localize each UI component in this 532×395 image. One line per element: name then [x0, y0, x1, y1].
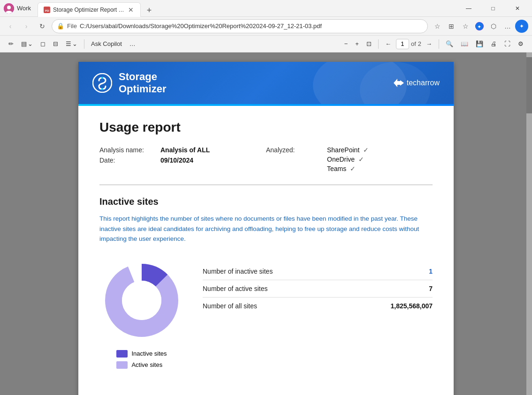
all-sites-stat-label: Number of all sites	[203, 302, 257, 310]
erase-button[interactable]: ◻	[38, 38, 48, 49]
analyzed-item-onedrive: OneDrive ✓	[327, 156, 369, 163]
teams-label: Teams	[327, 165, 346, 172]
toolbar-separator-3	[439, 39, 439, 49]
page-total: 2	[418, 40, 421, 47]
analyzed-row: Analyzed: SharePoint ✓ OneDrive ✓	[266, 146, 433, 172]
toolbar-more-button[interactable]: …	[127, 38, 138, 49]
techarrow-label: techarrow	[407, 79, 440, 87]
inactive-sites-description: This report highlights the number of sit…	[99, 214, 433, 244]
sharepoint-label: SharePoint	[327, 146, 359, 154]
page-separator: of	[411, 40, 416, 47]
svg-point-9	[101, 88, 103, 90]
techarrow-logo-area: techarrow	[394, 79, 440, 87]
scrollbar-thumb[interactable]	[526, 57, 532, 113]
read-mode-button[interactable]: 📖	[458, 38, 471, 49]
header-title-line1: Storage	[119, 71, 166, 83]
stats-row-all: Number of all sites 1,825,568,007	[203, 298, 433, 314]
stats-row-active: Number of active sites 7	[203, 280, 433, 298]
toolbar-separator-1	[84, 39, 84, 49]
inactive-color-box	[116, 350, 128, 358]
forward-button[interactable]: ›	[20, 20, 33, 33]
page-number-input[interactable]	[396, 39, 409, 49]
scrollbar-track[interactable]	[526, 52, 532, 395]
pdf-toolbar: ✏ ▤ ⌄ ◻ ⊟ ☰ ⌄ Ask Copilot … − + ⊡ ← of 2…	[0, 36, 532, 52]
search-button[interactable]: 🔍	[443, 38, 456, 49]
pdf-settings-button[interactable]: ⚙	[515, 38, 526, 49]
techarrow-icon	[394, 79, 404, 87]
analysis-name-row: Analysis name: Analysis of ALL	[99, 146, 266, 154]
section-divider	[99, 185, 433, 185]
copilot-button[interactable]: ✦	[515, 20, 528, 33]
chart-legend: Inactive sites Active sites	[116, 350, 167, 369]
prev-page-button[interactable]: ←	[382, 38, 394, 49]
zoom-out-icon: −	[344, 40, 348, 47]
highlights-button[interactable]: ▤ ⌄	[18, 38, 36, 49]
profile-label[interactable]: Work	[17, 5, 31, 12]
chart-stats-section: Inactive sites Active sites Number of in…	[99, 258, 433, 369]
erase-icon: ◻	[40, 40, 46, 47]
zoom-fit-icon: ⊡	[366, 40, 372, 47]
star-button[interactable]: ☆	[431, 20, 444, 33]
inactive-sites-title: Inactive sites	[99, 196, 433, 207]
address-input-container[interactable]: 🔒 File	[52, 19, 428, 33]
legend-item-active: Active sites	[116, 361, 167, 369]
draw-icon: ✏	[8, 40, 14, 47]
maximize-button[interactable]: □	[482, 1, 504, 15]
minimize-button[interactable]: —	[458, 1, 479, 15]
address-input[interactable]	[80, 22, 423, 30]
inactive-sites-stat-label: Number of inactive sites	[203, 268, 273, 275]
analyzed-section: Analyzed: SharePoint ✓ OneDrive ✓	[266, 146, 433, 172]
report-title: Usage report	[99, 120, 433, 135]
meta-section: Analysis name: Analysis of ALL Date: 09/…	[99, 146, 433, 175]
new-tab-button[interactable]: +	[143, 4, 156, 17]
more-button[interactable]: …	[501, 20, 514, 33]
active-sites-stat-label: Number of active sites	[203, 285, 268, 292]
legend-active-label: Active sites	[131, 361, 162, 368]
refresh-button[interactable]: ↻	[36, 20, 49, 33]
read-aloud-arrow: ⌄	[72, 40, 77, 47]
filter-button[interactable]: ⊟	[50, 38, 61, 49]
donut-chart-container: Inactive sites Active sites	[99, 258, 184, 369]
analyzed-item-sharepoint: SharePoint ✓	[327, 146, 369, 154]
header-title: Storage Optimizer	[119, 71, 166, 96]
analysis-name-label: Analysis name:	[99, 146, 160, 154]
inactive-sites-stat-value: 1	[429, 268, 433, 275]
header-logo-area: Storage Optimizer	[92, 71, 166, 96]
address-bar-icons: ☆ ⊞ ☆ ✦ ⬡ … ✦	[431, 20, 528, 33]
close-button[interactable]: ✕	[507, 1, 528, 15]
split-view-button[interactable]: ⊞	[445, 20, 458, 33]
print-button[interactable]: 🖨	[488, 38, 500, 49]
lock-icon: 🔒	[57, 22, 64, 30]
date-label: Date:	[99, 157, 160, 164]
favorites-button[interactable]: ☆	[459, 20, 472, 33]
active-color-box	[116, 361, 128, 369]
pdf-header: Storage Optimizer techarrow	[78, 62, 454, 104]
zoom-fit-button[interactable]: ⊡	[364, 38, 374, 49]
next-page-button[interactable]: →	[423, 38, 435, 49]
pdf-viewer[interactable]: Storage Optimizer techarrow Usage report	[0, 52, 532, 395]
meta-left-column: Analysis name: Analysis of ALL Date: 09/…	[99, 146, 266, 175]
svg-text:PDF: PDF	[45, 9, 49, 12]
tab-close-button[interactable]: ✕	[127, 5, 135, 15]
window-controls: — □ ✕	[458, 1, 528, 15]
fullscreen-button[interactable]: ⛶	[502, 38, 513, 49]
profile-avatar[interactable]	[4, 3, 14, 14]
back-button[interactable]: ‹	[4, 20, 17, 33]
ask-copilot-button[interactable]: Ask Copilot	[88, 38, 125, 49]
read-aloud-button[interactable]: ☰ ⌄	[63, 38, 80, 49]
active-tab[interactable]: PDF Storage Optimizer Report 2024-0 ✕	[38, 2, 141, 17]
titlebar: Work PDF Storage Optimizer Report 2024-0…	[0, 0, 532, 17]
settings-icon: ⚙	[518, 40, 524, 47]
fullscreen-icon: ⛶	[504, 40, 510, 47]
save-button[interactable]: 💾	[473, 38, 486, 49]
read-aloud-icon: ☰	[66, 40, 71, 47]
draw-tool-button[interactable]: ✏	[6, 38, 16, 49]
profile-button[interactable]: ✦	[473, 20, 486, 33]
date-value: 09/10/2024	[160, 157, 193, 164]
tab-pdf-icon: PDF	[44, 7, 50, 13]
legend-inactive-label: Inactive sites	[131, 350, 167, 357]
extensions-button[interactable]: ⬡	[487, 20, 500, 33]
zoom-in-button[interactable]: +	[352, 38, 362, 49]
analyzed-item-teams: Teams ✓	[327, 165, 369, 172]
zoom-out-button[interactable]: −	[342, 38, 351, 49]
